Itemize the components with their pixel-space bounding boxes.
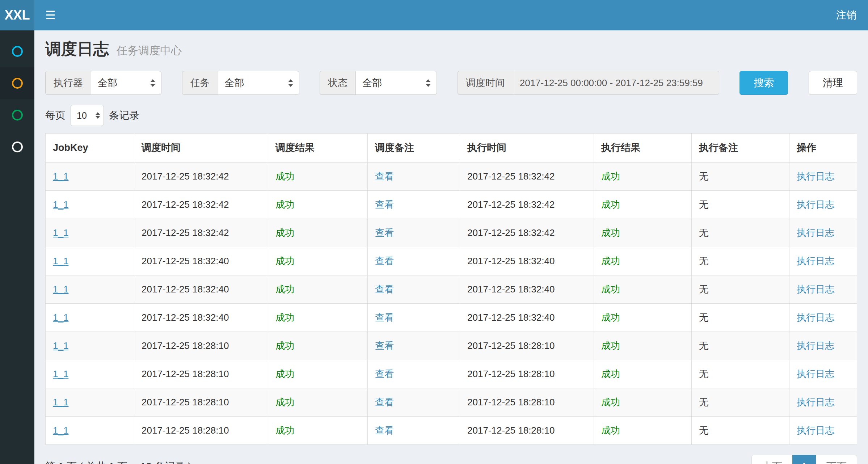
handle-time-cell: 2017-12-25 18:32:40 (460, 304, 594, 332)
trigger-time-cell: 2017-12-25 18:28:10 (134, 417, 268, 445)
trigger-msg-link[interactable]: 查看 (375, 340, 394, 351)
column-header[interactable]: JobKey (46, 134, 134, 163)
select-arrows-icon (150, 79, 155, 87)
jobkey-link[interactable]: 1_1 (53, 425, 68, 436)
column-header[interactable]: 调度结果 (268, 134, 368, 163)
trigger-msg-link[interactable]: 查看 (375, 397, 394, 408)
select-arrows-icon (426, 79, 431, 87)
exec-log-link[interactable]: 执行日志 (797, 340, 834, 351)
trigger-result-text: 成功 (275, 256, 294, 266)
exec-log-link[interactable]: 执行日志 (797, 425, 834, 436)
job-filter-label: 任务 (182, 71, 218, 95)
trigger-time-cell: 2017-12-25 18:32:40 (134, 304, 268, 332)
jobkey-link[interactable]: 1_1 (53, 340, 68, 351)
handle-time-cell: 2017-12-25 18:28:10 (460, 388, 594, 417)
status-select[interactable]: 全部 (355, 71, 437, 95)
clear-button[interactable]: 清理 (809, 71, 857, 95)
sidebar-item-2[interactable] (0, 67, 34, 99)
handle-result-text: 成功 (601, 397, 620, 408)
circle-icon (12, 78, 23, 89)
trigger-result-text: 成功 (275, 284, 294, 295)
handle-time-cell: 2017-12-25 18:32:40 (460, 247, 594, 275)
trigger-msg-link[interactable]: 查看 (375, 312, 394, 323)
exec-log-link[interactable]: 执行日志 (797, 284, 834, 295)
jobkey-link[interactable]: 1_1 (53, 312, 68, 323)
page-size-control: 每页 10 条记录 (45, 105, 857, 126)
exec-log-link[interactable]: 执行日志 (797, 256, 834, 266)
column-header[interactable]: 操作 (789, 134, 857, 163)
column-header[interactable]: 调度时间 (134, 134, 268, 163)
trigger-time-cell: 2017-12-25 18:32:42 (134, 191, 268, 219)
page-title: 调度日志 (45, 40, 109, 58)
trigger-time-range-input[interactable] (513, 71, 719, 95)
handle-result-text: 成功 (601, 312, 620, 323)
column-header[interactable]: 执行结果 (594, 134, 692, 163)
sidebar-item-1[interactable] (0, 35, 34, 67)
handle-result-text: 成功 (601, 227, 620, 238)
column-header[interactable]: 调度备注 (368, 134, 460, 163)
column-header[interactable]: 执行备注 (692, 134, 789, 163)
trigger-msg-link[interactable]: 查看 (375, 368, 394, 379)
pagination-summary: 第 1 页 ( 总共 1 页， 10 条记录 ) (45, 460, 191, 464)
table-row: 1_1 2017-12-25 18:32:42 成功 查看 2017-12-25… (46, 162, 857, 191)
search-button[interactable]: 搜索 (740, 71, 788, 95)
sidebar-item-3[interactable] (0, 99, 34, 131)
exec-log-link[interactable]: 执行日志 (797, 368, 834, 379)
current-page-button[interactable]: 1 (792, 455, 816, 464)
page-size-prefix-label: 每页 (45, 109, 66, 122)
logout-link[interactable]: 注销 (825, 0, 868, 30)
handle-time-cell: 2017-12-25 18:28:10 (460, 332, 594, 360)
jobkey-link[interactable]: 1_1 (53, 284, 68, 295)
log-table-body: 1_1 2017-12-25 18:32:42 成功 查看 2017-12-25… (46, 162, 857, 445)
handle-msg-cell: 无 (692, 417, 789, 445)
exec-log-link[interactable]: 执行日志 (797, 227, 834, 238)
sidebar-toggle-button[interactable]: ☰ (34, 0, 67, 30)
handle-result-text: 成功 (601, 425, 620, 436)
executor-filter-group: 执行器 全部 (45, 71, 161, 95)
trigger-msg-link[interactable]: 查看 (375, 227, 394, 238)
job-select[interactable]: 全部 (218, 71, 299, 95)
handle-msg-cell: 无 (692, 247, 789, 275)
trigger-time-cell: 2017-12-25 18:32:42 (134, 219, 268, 247)
handle-result-text: 成功 (601, 340, 620, 351)
exec-log-link[interactable]: 执行日志 (797, 397, 834, 408)
trigger-msg-link[interactable]: 查看 (375, 256, 394, 266)
prev-page-button[interactable]: 上页 (751, 455, 793, 464)
column-header[interactable]: 执行时间 (460, 134, 594, 163)
handle-msg-cell: 无 (692, 388, 789, 417)
table-header-row: JobKey调度时间调度结果调度备注执行时间执行结果执行备注操作 (46, 134, 857, 163)
executor-select[interactable]: 全部 (91, 71, 161, 95)
handle-msg-cell: 无 (692, 219, 789, 247)
content-area: 调度日志 任务调度中心 执行器 全部 任务 全部 状态 (34, 30, 868, 464)
trigger-result-text: 成功 (275, 397, 294, 408)
trigger-msg-link[interactable]: 查看 (375, 171, 394, 182)
page-size-select[interactable]: 10 (71, 105, 104, 126)
table-row: 1_1 2017-12-25 18:28:10 成功 查看 2017-12-25… (46, 417, 857, 445)
exec-log-link[interactable]: 执行日志 (797, 312, 834, 323)
app-logo[interactable]: XXL (0, 0, 34, 30)
table-row: 1_1 2017-12-25 18:28:10 成功 查看 2017-12-25… (46, 388, 857, 417)
jobkey-link[interactable]: 1_1 (53, 227, 68, 238)
pagination: 上页 1 下页 (751, 455, 857, 464)
trigger-msg-link[interactable]: 查看 (375, 425, 394, 436)
jobkey-link[interactable]: 1_1 (53, 171, 68, 182)
handle-result-text: 成功 (601, 368, 620, 379)
trigger-msg-link[interactable]: 查看 (375, 284, 394, 295)
hamburger-icon: ☰ (45, 8, 56, 22)
sidebar-item-4[interactable] (0, 131, 34, 163)
jobkey-link[interactable]: 1_1 (53, 256, 68, 266)
handle-result-text: 成功 (601, 284, 620, 295)
next-page-button[interactable]: 下页 (816, 455, 857, 464)
main-wrapper: 调度日志 任务调度中心 执行器 全部 任务 全部 状态 (0, 30, 868, 464)
trigger-msg-link[interactable]: 查看 (375, 199, 394, 210)
trigger-result-text: 成功 (275, 227, 294, 238)
exec-log-link[interactable]: 执行日志 (797, 199, 834, 210)
handle-time-cell: 2017-12-25 18:28:10 (460, 360, 594, 388)
jobkey-link[interactable]: 1_1 (53, 368, 68, 379)
exec-log-link[interactable]: 执行日志 (797, 171, 834, 182)
jobkey-link[interactable]: 1_1 (53, 199, 68, 210)
circle-icon (12, 46, 23, 57)
jobkey-link[interactable]: 1_1 (53, 397, 68, 408)
table-row: 1_1 2017-12-25 18:32:42 成功 查看 2017-12-25… (46, 219, 857, 247)
table-row: 1_1 2017-12-25 18:28:10 成功 查看 2017-12-25… (46, 332, 857, 360)
